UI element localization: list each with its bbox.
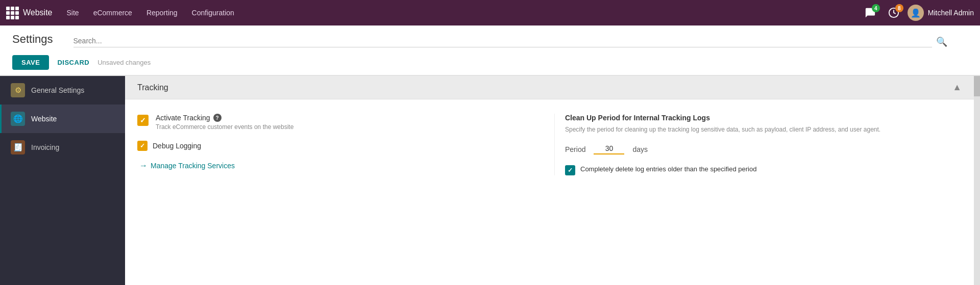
avatar[interactable]: 👤 — [908, 5, 924, 21]
arrow-icon: → — [139, 161, 148, 170]
bill-icon: 🧾 — [11, 140, 25, 154]
sidebar-item-general[interactable]: ⚙ General Settings — [0, 76, 125, 105]
menu-ecommerce[interactable]: eCommerce — [87, 6, 138, 20]
globe-icon: 🌐 — [11, 112, 25, 126]
activate-tracking-title: Activate Tracking ? — [156, 114, 293, 122]
period-input[interactable] — [594, 144, 624, 154]
collapse-icon[interactable]: ▲ — [952, 82, 962, 93]
chat-badge: 4 — [872, 4, 880, 12]
discard-button[interactable]: DISCARD — [57, 59, 89, 66]
menu-site[interactable]: Site — [61, 6, 85, 20]
app-logo[interactable]: Website — [6, 7, 53, 19]
page-title: Settings — [12, 33, 53, 46]
delete-entries-checkbox[interactable]: ✓ — [565, 165, 575, 175]
debug-logging-row: ✓ Debug Logging — [137, 141, 534, 151]
grid-icon — [6, 7, 19, 19]
activate-tracking-checkbox[interactable]: ✓ — [137, 115, 149, 126]
sidebar: ⚙ General Settings 🌐 Website 🧾 Invoicing — [0, 76, 125, 285]
gear-icon: ⚙ — [11, 83, 25, 97]
sidebar-item-website[interactable]: 🌐 Website — [0, 105, 125, 133]
top-right-actions: 4 8 👤 Mitchell Admin — [861, 5, 974, 21]
search-icon[interactable]: 🔍 — [936, 36, 947, 47]
delete-entries-row: ✓ Completely delete log entries older th… — [565, 165, 962, 175]
right-column: Clean Up Period for Internal Tracking Lo… — [554, 114, 962, 175]
cleanup-title: Clean Up Period for Internal Tracking Lo… — [565, 114, 962, 122]
top-navigation: Website Site eCommerce Reporting Configu… — [0, 0, 980, 25]
delete-entries-label: Completely delete log entries older than… — [580, 165, 756, 174]
scrollbar-thumb[interactable] — [974, 76, 980, 96]
toolbar: SAVE DISCARD Unsaved changes — [12, 51, 968, 75]
cleanup-description: Specify the period for cleaning up the t… — [565, 125, 962, 134]
sidebar-item-invoicing[interactable]: 🧾 Invoicing — [0, 133, 125, 162]
app-name: Website — [23, 8, 53, 17]
activate-tracking-desc: Track eCommerce customer events on the w… — [156, 123, 293, 131]
period-row: Period days — [565, 144, 962, 154]
content-area: Tracking ▲ ✓ Activate Tracking ? Tr — [125, 76, 974, 285]
save-button[interactable]: SAVE — [12, 55, 49, 70]
menu-reporting[interactable]: Reporting — [140, 6, 184, 20]
section-body: ✓ Activate Tracking ? Track eCommerce cu… — [125, 99, 974, 190]
debug-logging-label: Debug Logging — [153, 142, 201, 150]
section-header-tracking: Tracking ▲ — [125, 76, 974, 99]
debug-logging-checkbox[interactable]: ✓ — [137, 141, 148, 151]
manage-tracking-label: Manage Tracking Services — [151, 162, 235, 170]
activate-tracking-row: ✓ Activate Tracking ? Track eCommerce cu… — [137, 114, 534, 131]
debug-checkmark-icon: ✓ — [140, 142, 145, 149]
period-label: Period — [565, 145, 585, 153]
section-title: Tracking — [137, 83, 168, 92]
period-days-label: days — [632, 145, 648, 153]
activate-tracking-info: Activate Tracking ? Track eCommerce cust… — [156, 114, 293, 131]
sidebar-label-general: General Settings — [31, 86, 84, 94]
clock-notification-button[interactable]: 8 — [884, 5, 903, 20]
scrollbar[interactable] — [974, 76, 980, 285]
unsaved-changes-label: Unsaved changes — [97, 59, 151, 66]
period-input-wrap — [594, 144, 624, 154]
chat-notification-button[interactable]: 4 — [861, 5, 880, 20]
user-name: Mitchell Admin — [928, 9, 974, 17]
menu-configuration[interactable]: Configuration — [186, 6, 240, 20]
top-menu: Site eCommerce Reporting Configuration — [61, 6, 861, 20]
help-icon[interactable]: ? — [213, 114, 222, 122]
main-layout: ⚙ General Settings 🌐 Website 🧾 Invoicing… — [0, 76, 980, 285]
left-column: ✓ Activate Tracking ? Track eCommerce cu… — [137, 114, 534, 175]
delete-checkmark-icon: ✓ — [568, 167, 573, 174]
sidebar-label-invoicing: Invoicing — [31, 143, 59, 151]
checkmark-icon: ✓ — [140, 116, 146, 124]
clock-badge: 8 — [895, 4, 903, 12]
settings-header: Settings 🔍 SAVE DISCARD Unsaved changes — [0, 25, 980, 76]
sidebar-label-website: Website — [31, 115, 57, 123]
search-input[interactable] — [74, 37, 933, 47]
manage-tracking-link[interactable]: → Manage Tracking Services — [137, 161, 534, 170]
